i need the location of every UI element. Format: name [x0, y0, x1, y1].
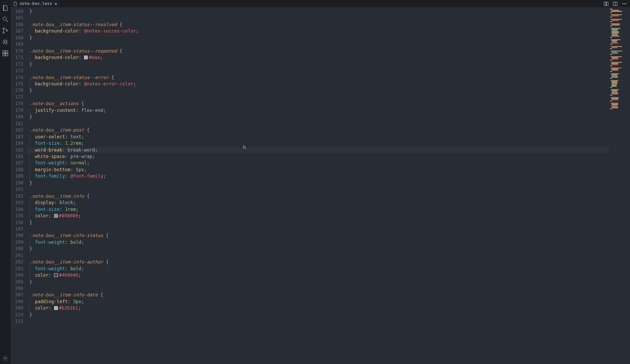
- code-line[interactable]: }: [30, 8, 609, 15]
- activity-bar: [0, 0, 11, 364]
- code-line[interactable]: .note-box__item-status--resolved {: [30, 22, 609, 28]
- line-number: 209: [15, 305, 23, 311]
- code-line[interactable]: }: [30, 312, 609, 318]
- code-line[interactable]: font-weight: bold;: [30, 266, 609, 272]
- code-line[interactable]: .note-box__item-post {: [30, 127, 609, 133]
- code-line[interactable]: background-color: @notes-succes-color;: [30, 28, 609, 34]
- code-line[interactable]: font-weight: normal;: [30, 160, 609, 166]
- code-line[interactable]: .note-box__item-info {: [30, 193, 609, 200]
- code-line[interactable]: background-color: #aaa;: [30, 54, 609, 61]
- code-line[interactable]: [30, 186, 609, 193]
- line-number: 201: [15, 252, 23, 259]
- diff-icon[interactable]: [604, 1, 609, 6]
- line-number: 195: [15, 213, 23, 219]
- code-content[interactable]: }.note-box__item-status--resolved { back…: [26, 7, 609, 364]
- line-number: 198: [15, 232, 23, 239]
- code-line[interactable]: background-color: @notes-error-color;: [30, 81, 609, 87]
- minimap[interactable]: [609, 7, 630, 364]
- code-line[interactable]: [30, 252, 609, 259]
- code-line[interactable]: }: [30, 87, 609, 94]
- code-line[interactable]: display: block;: [30, 200, 609, 206]
- code-line[interactable]: .note-box__item-info-author {: [30, 259, 609, 265]
- svg-point-0: [3, 17, 6, 20]
- line-number: 172: [15, 61, 23, 68]
- code-line[interactable]: }: [30, 246, 609, 252]
- line-number: 208: [15, 299, 23, 305]
- line-number: 165: [15, 15, 23, 21]
- code-line[interactable]: [30, 226, 609, 232]
- code-line[interactable]: .note-box__item-info-date {: [30, 292, 609, 298]
- code-line[interactable]: color: #b2b1b1;: [30, 305, 609, 311]
- debug-icon[interactable]: [0, 36, 11, 48]
- line-number: 190: [15, 180, 23, 186]
- code-line[interactable]: [30, 318, 609, 325]
- code-line[interactable]: [30, 121, 609, 127]
- code-line[interactable]: }: [30, 61, 609, 68]
- code-line[interactable]: white-space: pre-wrap;: [30, 153, 609, 160]
- code-line[interactable]: font-weight: bold;: [30, 239, 609, 246]
- more-icon[interactable]: [622, 1, 627, 6]
- code-line[interactable]: }: [30, 279, 609, 285]
- code-line[interactable]: [30, 41, 609, 48]
- line-number: 174: [15, 74, 23, 81]
- line-number: 205: [15, 279, 23, 285]
- code-line[interactable]: [30, 15, 609, 21]
- tab-bar: note-box.less ×: [11, 0, 630, 7]
- code-line[interactable]: }: [30, 35, 609, 41]
- code-line[interactable]: .note-box__item-status--reopened {: [30, 48, 609, 54]
- line-number: 210: [15, 312, 23, 318]
- code-line[interactable]: .note-box__item-info-status {: [30, 232, 609, 239]
- svg-point-3: [6, 30, 8, 31]
- line-number: 202: [15, 259, 23, 265]
- code-line[interactable]: }: [30, 220, 609, 226]
- line-number: 179: [15, 107, 23, 114]
- code-line[interactable]: .note-box__item-status--error {: [30, 74, 609, 81]
- color-swatch-icon[interactable]: [54, 306, 58, 310]
- line-number: 175: [15, 81, 23, 87]
- tab-label: note-box.less: [20, 1, 52, 6]
- color-swatch-icon[interactable]: [54, 214, 58, 218]
- editor-actions: [604, 0, 630, 7]
- line-number: 171: [15, 54, 23, 61]
- code-line[interactable]: margin-bottom: 5px;: [30, 167, 609, 173]
- line-number: 166: [15, 22, 23, 28]
- svg-point-2: [3, 32, 5, 33]
- code-editor[interactable]: 1641651661671681691701711721731741751761…: [11, 7, 609, 364]
- code-line[interactable]: }: [30, 114, 609, 120]
- file-icon: [13, 2, 17, 6]
- code-line[interactable]: font-family: @font-family;: [30, 173, 609, 180]
- split-editor-icon[interactable]: [613, 1, 618, 6]
- svg-point-4: [4, 41, 6, 43]
- code-line[interactable]: color: #404040;: [30, 272, 609, 279]
- code-line[interactable]: color: #898989;: [30, 213, 609, 219]
- line-number: 206: [15, 285, 23, 292]
- code-line[interactable]: [30, 285, 609, 292]
- color-swatch-icon[interactable]: [54, 273, 58, 277]
- extensions-icon[interactable]: [0, 48, 11, 59]
- close-icon[interactable]: ×: [54, 2, 57, 6]
- code-line[interactable]: word-break: break-word;: [30, 147, 609, 153]
- code-line[interactable]: [30, 94, 609, 101]
- code-line[interactable]: font-size: 1.2rem;: [30, 140, 609, 147]
- settings-gear-icon[interactable]: [0, 353, 11, 364]
- color-swatch-icon[interactable]: [84, 56, 88, 59]
- code-line[interactable]: user-select: text;: [30, 134, 609, 140]
- line-number: 203: [15, 266, 23, 272]
- code-line[interactable]: justify-content: flex-end;: [30, 107, 609, 114]
- source-control-icon[interactable]: [0, 25, 11, 36]
- code-line[interactable]: }: [30, 180, 609, 186]
- svg-point-14: [624, 3, 625, 4]
- svg-point-15: [625, 3, 626, 4]
- svg-rect-7: [3, 54, 5, 56]
- line-number: 183: [15, 134, 23, 140]
- tab-note-box-less[interactable]: note-box.less ×: [11, 0, 61, 7]
- line-number: 170: [15, 48, 23, 54]
- code-line[interactable]: padding-left: 3px;: [30, 299, 609, 305]
- search-icon[interactable]: [0, 14, 11, 25]
- line-number: 173: [15, 68, 23, 74]
- files-icon[interactable]: [0, 2, 11, 14]
- code-line[interactable]: [30, 68, 609, 74]
- line-number: 211: [15, 318, 23, 325]
- code-line[interactable]: font-size: 1rem;: [30, 206, 609, 213]
- code-line[interactable]: .note-box__actions {: [30, 101, 609, 107]
